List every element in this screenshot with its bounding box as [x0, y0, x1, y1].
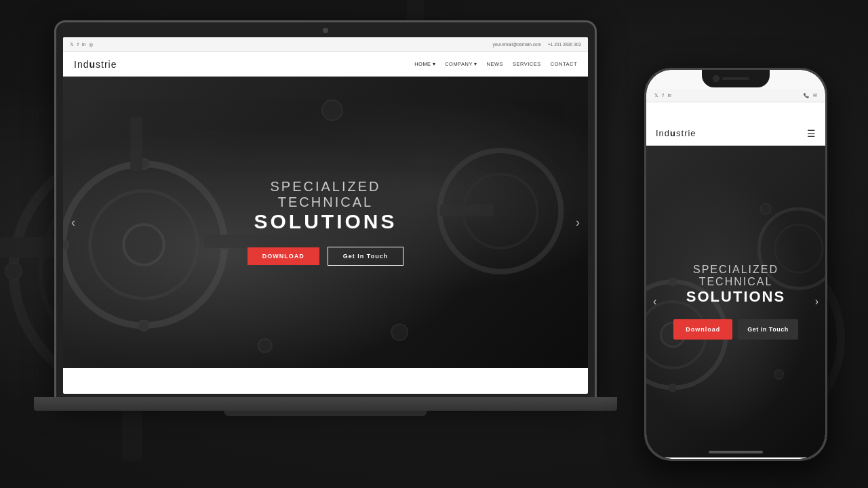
twitter-icon: 𝕏 — [70, 42, 74, 47]
phone-speaker — [722, 77, 749, 80]
svg-rect-29 — [440, 205, 494, 217]
nav-contact-label: CONTACT — [551, 61, 577, 67]
main-nav: HOME ▾ COMPANY ▾ NEWS SERVICES CONTACT — [414, 61, 577, 67]
svg-point-26 — [63, 239, 68, 250]
nav-company[interactable]: COMPANY ▾ — [445, 61, 477, 67]
phone-hero-content: SPECIALIZED TECHNICAL SOLUTIONS Download… — [663, 264, 808, 340]
hero-buttons: Download Get In Touch — [248, 247, 403, 266]
instagram-icon: ◎ — [89, 42, 93, 47]
nav-news-label: NEWS — [487, 61, 504, 67]
phone-contact-button[interactable]: Get In Touch — [738, 319, 797, 340]
phone-hero-main-title: SOLUTIONS — [673, 288, 797, 306]
svg-point-31 — [391, 324, 408, 340]
social-icons-bar: 𝕏 f in ◎ — [70, 42, 93, 47]
phone-bezel: 𝕏 f in 📞 ✉ Industrie ☰ — [644, 68, 827, 461]
hamburger-menu-button[interactable]: ☰ — [807, 128, 816, 139]
svg-point-32 — [258, 339, 272, 352]
contact-info-bar: your.email@domain.com +1 201 2830 302 — [492, 42, 581, 47]
svg-point-24 — [138, 320, 149, 331]
nav-services[interactable]: SERVICES — [513, 61, 541, 67]
site-topbar: 𝕏 f in ◎ your.email@domain.com +1 201 28… — [63, 37, 588, 52]
phone-download-button[interactable]: Download — [673, 319, 732, 340]
hero-download-button[interactable]: Download — [248, 247, 319, 265]
svg-point-42 — [760, 203, 771, 214]
hero-contact-button[interactable]: Get In Touch — [328, 247, 403, 266]
phone-hero-buttons: Download Get In Touch — [673, 319, 797, 340]
nav-home-label: HOME — [414, 61, 431, 67]
phone-next-button[interactable]: › — [815, 296, 818, 308]
nav-home[interactable]: HOME ▾ — [414, 61, 435, 67]
hero-section: ‹ SPECIALIZED TECHNICAL SOLUTIONS Downlo… — [63, 77, 588, 368]
nav-contact[interactable]: CONTACT — [551, 61, 577, 67]
hero-line2: TECHNICAL — [248, 195, 403, 210]
laptop-base — [34, 397, 617, 411]
nav-services-label: SERVICES — [513, 61, 541, 67]
laptop-mockup: 𝕏 f in ◎ your.email@domain.com +1 201 28… — [54, 20, 610, 454]
linkedin-icon: in — [82, 42, 85, 47]
svg-point-20 — [123, 224, 164, 265]
chevron-down-icon: ▾ — [433, 61, 436, 67]
phone-screen: 𝕏 f in 📞 ✉ Industrie ☰ — [646, 70, 825, 459]
phone-mail-icon: ✉ — [813, 93, 817, 98]
email-info: your.email@domain.com — [492, 42, 541, 47]
phone-hero-line1: SPECIALIZED — [673, 264, 797, 276]
svg-point-43 — [774, 370, 784, 380]
nav-news[interactable]: NEWS — [487, 61, 504, 67]
hero-line1: SPECIALIZED — [248, 179, 403, 195]
phone-notch — [702, 70, 770, 87]
hero-main-title: SOLUTIONS — [248, 210, 403, 233]
phone-social-bar: 𝕏 f in 📞 ✉ — [646, 89, 825, 102]
svg-rect-28 — [130, 117, 142, 171]
phone-navbar: Industrie ☰ — [646, 121, 825, 146]
phone-camera — [713, 75, 719, 82]
phone-twitter-icon: 𝕏 — [654, 93, 658, 98]
phone-home-bar — [709, 451, 763, 453]
nav-company-label: COMPANY — [445, 61, 473, 67]
phone-call-icon: 📞 — [804, 93, 809, 98]
hero-next-button[interactable]: › — [576, 216, 580, 230]
phone-mockup: 𝕏 f in 📞 ✉ Industrie ☰ — [644, 68, 827, 461]
phone-hero-line2: TECHNICAL — [673, 276, 797, 288]
site-navbar: Industrie HOME ▾ COMPANY ▾ NEWS S — [63, 52, 588, 77]
phone-linkedin-icon: in — [668, 93, 671, 98]
laptop-bezel: 𝕏 f in ◎ your.email@domain.com +1 201 28… — [54, 20, 597, 400]
site-logo: Industrie — [74, 59, 117, 70]
facebook-icon: f — [77, 42, 79, 47]
phone-logo: Industrie — [656, 128, 696, 138]
phone-hero-section: ‹ SPECIALIZED TECHNICAL SOLUTIONS Downlo… — [646, 146, 825, 458]
svg-point-30 — [322, 100, 342, 121]
hero-content: SPECIALIZED TECHNICAL SOLUTIONS Download… — [248, 179, 403, 266]
chevron-down-icon-2: ▾ — [474, 61, 477, 67]
hero-prev-button[interactable]: ‹ — [71, 216, 75, 230]
phone-facebook-icon: f — [663, 93, 664, 98]
phone-info: +1 201 2830 302 — [548, 42, 581, 47]
svg-point-40 — [669, 384, 677, 392]
laptop-screen: 𝕏 f in ◎ your.email@domain.com +1 201 28… — [63, 37, 588, 394]
phone-prev-button[interactable]: ‹ — [653, 296, 656, 308]
